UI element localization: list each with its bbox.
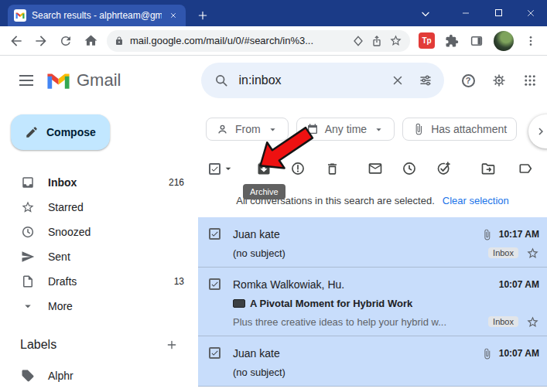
email-list: Juan kate 10:17 AM (no subject) Inbox [198, 217, 547, 387]
main-pane: From Any time Has attachment [198, 105, 547, 392]
browser-window: Search results - alphrteam@gma [0, 0, 547, 392]
bookmark-star-icon[interactable] [389, 34, 402, 47]
new-tab-button[interactable] [192, 5, 214, 26]
draft-file-icon [20, 274, 36, 289]
forward-button[interactable] [29, 29, 53, 53]
maximize-button[interactable] [482, 0, 515, 26]
inbox-badge: Inbox [488, 316, 518, 327]
report-spam-button[interactable] [282, 155, 313, 182]
mark-unread-button[interactable] [360, 155, 391, 182]
snooze-button[interactable] [394, 155, 425, 182]
address-bar[interactable]: mail.google.com/mail/u/0/#search/in%3... [107, 30, 410, 52]
main-menu-hamburger-icon[interactable] [8, 62, 45, 99]
star-toggle-icon[interactable] [526, 247, 539, 260]
gmail-logo-text: Gmail [77, 70, 121, 90]
email-row[interactable]: Juan kate 10:07 AM (no subject) [198, 336, 547, 387]
add-to-tasks-button[interactable] [428, 155, 459, 182]
gmail-header: Gmail in:inbox ? [0, 56, 547, 105]
chevron-down-icon [267, 124, 279, 135]
back-button[interactable] [5, 29, 28, 53]
select-dropdown-caret-icon[interactable] [222, 162, 234, 175]
email-time: 10:07 AM [499, 279, 539, 290]
sidebar-item-count: 13 [174, 276, 184, 287]
share-icon[interactable] [371, 35, 383, 47]
email-time: 10:07 AM [499, 348, 539, 359]
sidebar-item-snoozed[interactable]: Snoozed [0, 220, 198, 244]
sidebar-item-label: Sent [48, 251, 172, 263]
email-subject: (no subject) [233, 366, 539, 378]
url-text[interactable]: mail.google.com/mail/u/0/#search/in%3... [130, 35, 346, 46]
archive-tooltip: Archive [243, 184, 285, 199]
select-all-checkbox[interactable] [209, 163, 221, 175]
help-icon[interactable]: ? [453, 65, 484, 96]
sidebar-item-drafts[interactable]: Drafts 13 [0, 269, 198, 294]
filter-chip-any-time[interactable]: Any time [296, 118, 395, 141]
settings-gear-icon[interactable] [484, 65, 515, 96]
gmail-m-icon [46, 72, 70, 90]
inline-image-icon [233, 299, 245, 308]
sidebar-item-sent[interactable]: Sent [0, 244, 198, 269]
email-row[interactable]: Juan kate 10:17 AM (no subject) Inbox [198, 217, 547, 268]
label-tag-icon [20, 368, 36, 383]
search-options-tune-icon[interactable] [412, 66, 439, 94]
side-panel-icon[interactable] [465, 29, 488, 53]
search-filter-chips: From Any time Has attachment [198, 105, 547, 141]
chevron-down-icon [373, 124, 385, 135]
archive-button[interactable] [248, 155, 279, 182]
tab-close-icon[interactable] [167, 9, 179, 22]
titlebar: Search results - alphrteam@gma [0, 0, 547, 26]
clear-search-icon[interactable] [384, 66, 412, 94]
lock-icon[interactable] [115, 36, 124, 46]
header-actions: ? [453, 65, 545, 96]
star-icon [20, 199, 36, 215]
search-icon[interactable] [207, 66, 235, 94]
extension-tp-icon[interactable]: Tp [419, 32, 435, 49]
create-label-plus-icon[interactable] [162, 336, 181, 354]
sidebar-item-starred[interactable]: Starred [0, 195, 198, 220]
delete-button[interactable] [316, 155, 347, 182]
email-checkbox[interactable] [209, 347, 221, 359]
browser-tab[interactable]: Search results - alphrteam@gma [8, 5, 186, 26]
clear-selection-link[interactable]: Clear selection [443, 195, 509, 206]
search-query-text[interactable]: in:inbox [235, 73, 384, 87]
extensions-puzzle-icon[interactable] [440, 29, 463, 53]
paperclip-icon [412, 123, 425, 135]
gmail-logo[interactable]: Gmail [46, 70, 121, 90]
diamond-icon[interactable] [352, 35, 364, 47]
filter-chip-has-attachment[interactable]: Has attachment [402, 118, 517, 141]
move-to-button[interactable] [473, 155, 504, 182]
home-button[interactable] [79, 29, 102, 53]
minimize-button[interactable] [450, 0, 482, 26]
content: Compose Inbox 216 Starred Snoozed [0, 105, 547, 392]
sidebar-item-label: Snoozed [48, 226, 172, 238]
gmail-search-bar[interactable]: in:inbox [201, 63, 444, 98]
sidebar-label-alphr[interactable]: Alphr [0, 363, 198, 388]
labels-button[interactable] [510, 155, 541, 182]
email-snippet: Plus three creative ideas to help your h… [233, 316, 482, 328]
pencil-icon [25, 125, 39, 139]
compose-button[interactable]: Compose [11, 114, 110, 150]
star-toggle-icon[interactable] [526, 315, 539, 329]
email-row[interactable]: Romka Walkowiak, Hu. 10:07 AM A Pivotal … [198, 268, 547, 336]
email-sender: Juan kate [233, 228, 481, 240]
email-checkbox[interactable] [209, 278, 221, 290]
filter-chip-from[interactable]: From [206, 118, 289, 141]
email-time: 10:17 AM [499, 229, 539, 240]
sidebar-item-more[interactable]: More [0, 294, 198, 319]
search-tabs-chevron-icon[interactable] [414, 2, 437, 26]
close-window-button[interactable] [515, 0, 547, 26]
reload-button[interactable] [54, 29, 77, 53]
email-subject: (no subject) [233, 247, 482, 259]
email-action-bar [198, 141, 547, 182]
sidebar-item-inbox[interactable]: Inbox 216 [0, 170, 198, 195]
send-icon [20, 249, 36, 264]
paperclip-icon [481, 348, 493, 360]
google-apps-grid-icon[interactable] [515, 65, 545, 96]
browser-menu-kebab-icon[interactable] [519, 29, 542, 53]
email-checkbox[interactable] [209, 228, 221, 240]
sidebar-item-label: Starred [48, 201, 172, 213]
inbox-icon [20, 175, 36, 190]
inbox-badge: Inbox [488, 247, 518, 258]
sidebar-item-label: More [48, 300, 172, 312]
profile-avatar[interactable] [494, 31, 514, 51]
